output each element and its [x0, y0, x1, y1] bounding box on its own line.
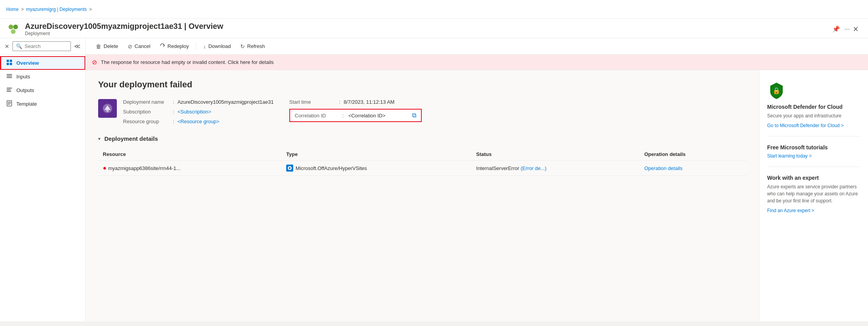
breadcrumb-rg[interactable]: myazuremigrg | Deployments — [26, 7, 87, 12]
error-link[interactable]: (Error de...) — [521, 165, 546, 171]
svg-rect-19 — [106, 110, 109, 112]
deployment-failed-title: Your deployment failed — [98, 80, 747, 90]
col-resource: Resource — [98, 148, 282, 161]
expert-link[interactable]: Find an Azure expert > — [767, 208, 814, 213]
cancel-icon: ⊘ — [128, 43, 132, 50]
section-title: Deployment details — [104, 135, 158, 142]
panel-section-defender: 🔒 Microsoft Defender for Cloud Secure yo… — [767, 78, 860, 136]
toolbar: 🗑 Delete ⊘ Cancel Redeploy ↓ Download ↻ … — [86, 38, 868, 55]
alert-bar[interactable]: ⊘ The response for resource had empty or… — [86, 55, 868, 70]
info-resource-group: Resource group : <Resource group> — [123, 119, 274, 124]
defender-body: Secure your apps and infrastructure — [767, 112, 860, 119]
sidebar-item-inputs[interactable]: Inputs — [0, 70, 85, 83]
resource-icon — [6, 22, 20, 36]
svg-rect-8 — [7, 74, 12, 75]
sidebar-item-outputs[interactable]: Outputs — [0, 83, 85, 97]
cell-status: InternalServerError (Error de...) — [472, 161, 640, 176]
info-left-with-icon: Deployment name : AzureDiscovery1005myaz… — [98, 99, 274, 124]
redeploy-button[interactable]: Redeploy — [156, 41, 193, 52]
col-type: Type — [282, 148, 472, 161]
template-icon — [6, 100, 12, 108]
content-area: 🗑 Delete ⊘ Cancel Redeploy ↓ Download ↻ … — [86, 38, 868, 321]
tutorials-link[interactable]: Start learning today > — [767, 153, 812, 159]
search-icon: 🔍 — [16, 43, 22, 49]
chevron-down-icon: ▾ — [98, 136, 100, 142]
svg-rect-7 — [10, 63, 12, 65]
svg-rect-11 — [7, 88, 12, 89]
expert-title: Work with an expert — [767, 175, 860, 181]
alert-message: The response for resource had empty or i… — [101, 59, 274, 65]
search-box: 🔍 — [12, 41, 71, 51]
pin-icon[interactable]: 📌 — [832, 25, 840, 33]
sidebar-item-overview[interactable]: Overview — [0, 56, 85, 70]
main-content: Your deployment failed — [86, 70, 868, 321]
copy-icon[interactable]: ⧉ — [412, 112, 416, 119]
delete-button[interactable]: 🗑 Delete — [92, 41, 122, 52]
page-title: AzureDiscovery1005myazmigproject1ae31 | … — [25, 22, 832, 31]
defender-title: Microsoft Defender for Cloud — [767, 104, 860, 110]
page-subtitle: Deployment — [25, 31, 832, 36]
svg-point-1 — [9, 25, 13, 29]
panel-section-expert: Work with an expert Azure experts are se… — [767, 167, 860, 221]
svg-rect-13 — [7, 91, 11, 92]
subscription-link[interactable]: <Subscription> — [178, 109, 211, 115]
deployment-details-section: ▾ Deployment details Resource Type Statu… — [98, 135, 747, 176]
collapse-icon[interactable]: ✕ — [5, 43, 9, 50]
main-layout: ✕ 🔍 ≪ Overview Inputs — [0, 38, 868, 321]
svg-rect-17 — [8, 104, 10, 105]
cell-type: Microsoft.OffAzure/HyperVSites — [282, 161, 472, 176]
more-icon[interactable]: ··· — [845, 26, 850, 33]
refresh-button[interactable]: ↻ Refresh — [236, 41, 269, 52]
overview-icon — [6, 59, 12, 67]
info-left: Deployment name : AzureDiscovery1005myaz… — [123, 99, 274, 124]
redeploy-icon — [160, 43, 165, 50]
sidebar-item-label-outputs: Outputs — [16, 87, 34, 93]
svg-text:🔒: 🔒 — [773, 87, 780, 94]
section-header[interactable]: ▾ Deployment details — [98, 135, 747, 142]
sidebar-item-label-template: Template — [16, 101, 37, 107]
svg-rect-9 — [7, 76, 12, 76]
sidebar-item-label-inputs: Inputs — [16, 74, 30, 80]
right-panel: 🔒 Microsoft Defender for Cloud Secure yo… — [759, 70, 868, 321]
svg-rect-10 — [7, 77, 12, 78]
download-button[interactable]: ↓ Download — [199, 41, 235, 52]
sidebar-toolbar: ✕ 🔍 ≪ — [0, 38, 85, 55]
deployment-info: Deployment name : AzureDiscovery1005myaz… — [98, 99, 747, 124]
alert-icon: ⊘ — [92, 58, 97, 66]
svg-point-3 — [11, 29, 16, 34]
breadcrumb: Home > myazuremigrg | Deployments > — [6, 7, 92, 12]
sidebar-item-label-overview: Overview — [16, 60, 39, 66]
operation-details-link[interactable]: Operation details — [644, 165, 682, 171]
breadcrumb-sep2: > — [89, 7, 92, 12]
resource-group-link[interactable]: <Resource group> — [178, 119, 220, 124]
svg-rect-4 — [7, 60, 9, 62]
outputs-icon — [6, 87, 12, 94]
svg-rect-6 — [7, 63, 9, 65]
cell-resource: ● myazmigsapp6386site/rrn44-1... — [98, 161, 282, 176]
sidebar: ✕ 🔍 ≪ Overview Inputs — [0, 38, 86, 321]
sidebar-nav: Overview Inputs Outputs Te — [0, 55, 85, 112]
error-dot-icon: ● — [103, 165, 107, 172]
type-icon — [286, 165, 293, 172]
breadcrumb-home[interactable]: Home — [6, 7, 19, 12]
panel-section-tutorials: Free Microsoft tutorials Start learning … — [767, 136, 860, 167]
svg-rect-16 — [8, 103, 11, 104]
top-bar: Home > myazuremigrg | Deployments > — [0, 0, 868, 19]
search-input[interactable] — [25, 43, 67, 49]
close-button[interactable]: ✕ — [850, 23, 862, 35]
sidebar-item-template[interactable]: Template — [0, 97, 85, 111]
cancel-button[interactable]: ⊘ Cancel — [124, 41, 154, 52]
svg-rect-12 — [7, 89, 11, 90]
header-icons: 📌 ··· — [832, 25, 850, 33]
info-right: Start time : 8/7/2023, 11:12:13 AM Corre… — [289, 99, 422, 122]
defender-link[interactable]: Go to Microsoft Defender for Cloud > — [767, 123, 843, 128]
shield-icon-wrapper: 🔒 — [767, 81, 786, 100]
table-row: ● myazmigsapp6386site/rrn44-1... — [98, 161, 747, 176]
page-header: AzureDiscovery1005myazmigproject1ae31 | … — [0, 19, 868, 38]
col-operation: Operation details — [639, 148, 747, 161]
delete-icon: 🗑 — [96, 43, 101, 50]
collapse-sidebar-icon[interactable]: ≪ — [74, 43, 81, 50]
header-title-block: AzureDiscovery1005myazmigproject1ae31 | … — [25, 22, 832, 36]
info-subscription: Subscription : <Subscription> — [123, 109, 274, 115]
breadcrumb-sep1: > — [21, 7, 24, 12]
